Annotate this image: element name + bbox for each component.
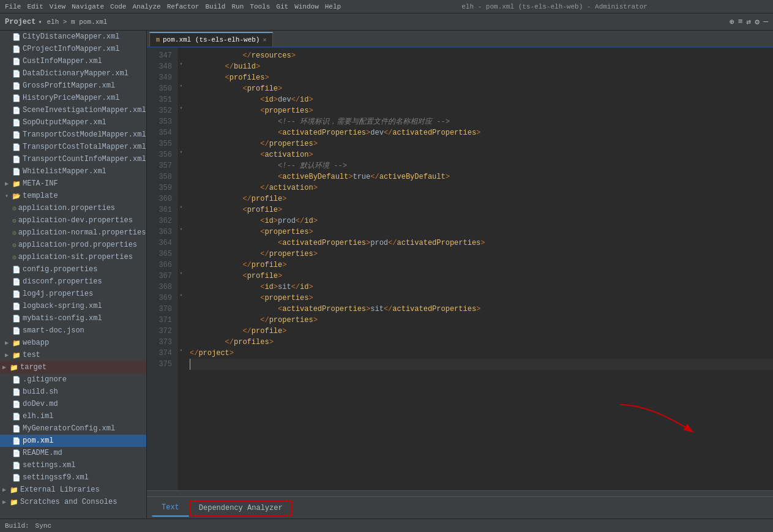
file-icon: 📄 <box>12 290 21 298</box>
menu-git[interactable]: Git <box>276 3 288 10</box>
list-item[interactable]: 📄 log4j.properties <box>0 288 146 300</box>
tab-pom-xml[interactable]: m pom.xml (ts-els-elh-web) ✕ <box>149 32 273 47</box>
menu-bar[interactable]: File Edit View Navigate Code Analyze Ref… <box>5 3 341 10</box>
code-line-369: <properties> <box>190 293 773 304</box>
menu-build[interactable]: Build <box>205 3 225 10</box>
sync-button[interactable]: Sync <box>35 522 51 530</box>
menu-run[interactable]: Run <box>231 3 244 10</box>
list-item[interactable]: 📄 disconf.properties <box>0 275 146 288</box>
list-item[interactable]: ⚙ application.properties <box>0 202 146 214</box>
list-item[interactable]: 📄 build.sh <box>0 386 146 398</box>
props-icon: ⚙ <box>12 241 17 249</box>
list-item[interactable]: 📄 doDev.md <box>0 398 146 410</box>
list-item[interactable]: 📄 DataDictionaryMapper.xml <box>0 67 146 80</box>
menu-analyze[interactable]: Analyze <box>132 3 160 10</box>
sidebar-item-external-libraries[interactable]: ▶ 📁 External Libraries <box>0 484 146 496</box>
sidebar-item-pom-xml[interactable]: 📄 pom.xml <box>0 435 146 447</box>
tab-close-button[interactable]: ✕ <box>263 36 266 43</box>
project-bar: Project ▾ elh > m pom.xml ⊕ ≡ ⇄ ⚙ — <box>0 13 773 31</box>
list-item[interactable]: 📄 settings.xml <box>0 459 146 471</box>
sidebar-item-label: application-prod.properties <box>18 241 137 249</box>
menu-file[interactable]: File <box>5 3 21 10</box>
code-line-372: </profile> <box>190 326 773 337</box>
fold-marker-icon[interactable]: ▾ <box>177 202 185 213</box>
close-panel-icon[interactable]: — <box>763 17 768 27</box>
menu-refactor[interactable]: Refactor <box>167 3 200 10</box>
sidebar-item-label: .gitignore <box>23 375 67 384</box>
list-item[interactable]: ⚙ application-prod.properties <box>0 239 146 251</box>
menu-tools[interactable]: Tools <box>250 3 270 10</box>
sidebar-item-target[interactable]: ▶ 📁 target <box>0 361 146 373</box>
list-item[interactable]: 📄 mybatis-config.xml <box>0 312 146 324</box>
sidebar-item-label: TransportCostModelMapper.xml <box>23 130 146 139</box>
list-item[interactable]: ⚙ application-normal.properties <box>0 227 146 239</box>
list-item[interactable]: 📄 HistoryPriceMapper.xml <box>0 92 146 104</box>
fold-marker-icon[interactable]: ▾ <box>177 103 185 114</box>
code-line-368: <id>sit</id> <box>190 282 773 293</box>
list-item[interactable]: ⚙ application-dev.properties <box>0 214 146 227</box>
code-content[interactable]: </resources> </build> <profiles> <profil… <box>185 48 773 490</box>
props-icon: ⚙ <box>12 229 17 237</box>
line-number: 368 <box>147 282 177 293</box>
sidebar[interactable]: 📄 CityDistanceMapper.xml 📄 CProjectInfoM… <box>0 31 147 519</box>
line-number: 353 <box>147 116 177 127</box>
menu-code[interactable]: Code <box>110 3 126 10</box>
line-number: 358 <box>147 171 177 182</box>
list-item[interactable]: 📄 WhitelistMapper.xml <box>0 165 146 178</box>
xml-icon: 📄 <box>12 155 21 163</box>
tab-text[interactable]: Text <box>152 500 189 517</box>
sidebar-item-label: settingssf9.xml <box>23 473 89 482</box>
list-item[interactable]: 📄 SceneInvestigationMapper.xml <box>0 104 146 116</box>
menu-navigate[interactable]: Navigate <box>72 3 104 10</box>
sidebar-item-label: log4j.properties <box>23 290 93 298</box>
fold-marker-icon[interactable]: ▾ <box>177 290 185 301</box>
list-item[interactable]: 📄 config.properties <box>0 263 146 275</box>
list-item[interactable]: 📄 logback-spring.xml <box>0 300 146 312</box>
horizontal-scrollbar[interactable] <box>147 490 773 496</box>
fold-marker-icon[interactable]: ▾ <box>177 59 185 70</box>
list-item[interactable]: 📄 smart-doc.json <box>0 324 146 337</box>
line-number: 362 <box>147 215 177 227</box>
fold-marker-icon[interactable]: ▾ <box>177 224 185 235</box>
list-item[interactable]: 📄 CustInfoMapper.xml <box>0 55 146 67</box>
chevron-right-icon: ▶ <box>2 498 10 506</box>
menu-view[interactable]: View <box>50 3 65 10</box>
fold-marker-icon[interactable]: ▾ <box>177 268 185 279</box>
list-item[interactable]: 📄 TransportCostModelMapper.xml <box>0 129 146 141</box>
list-item[interactable]: 📄 CProjectInfoMapper.xml <box>0 43 146 55</box>
menu-edit[interactable]: Edit <box>27 3 43 10</box>
fold-marker-icon[interactable]: ▾ <box>177 147 185 158</box>
list-item[interactable]: 📄 MyGeneratorConfig.xml <box>0 422 146 435</box>
list-item[interactable]: 📄 CityDistanceMapper.xml <box>0 31 146 43</box>
menu-help[interactable]: Help <box>325 3 341 10</box>
sidebar-item-label: build.sh <box>23 388 58 396</box>
expand-all-icon[interactable]: ≡ <box>738 17 743 27</box>
sidebar-item-webapp[interactable]: ▶ 📁 webapp <box>0 337 146 349</box>
list-item[interactable]: 📄 GrossProfitMapper.xml <box>0 80 146 92</box>
menu-window[interactable]: Window <box>294 3 319 10</box>
sidebar-item-template[interactable]: ▾ 📂 template <box>0 190 146 202</box>
list-item[interactable]: ⚙ application-sit.properties <box>0 251 146 263</box>
code-line-365: </properties> <box>190 249 773 260</box>
settings-icon[interactable]: ⚙ <box>755 17 760 27</box>
sidebar-item-test[interactable]: ▶ 📁 test <box>0 349 146 361</box>
sidebar-item-scratches[interactable]: ▶ 📁 Scratches and Consoles <box>0 496 146 508</box>
line-number: 371 <box>147 315 177 326</box>
list-item[interactable]: 📄 elh.iml <box>0 410 146 422</box>
list-item[interactable]: 📄 settingssf9.xml <box>0 471 146 484</box>
sidebar-item-meta-inf[interactable]: ▶ 📁 META-INF <box>0 178 146 190</box>
tab-dependency-analyzer[interactable]: Dependency Analyzer <box>189 500 293 516</box>
list-item[interactable]: 📄 .gitignore <box>0 373 146 386</box>
line-number: 361 <box>147 204 177 215</box>
collapse-all-icon[interactable]: ⇄ <box>747 17 752 27</box>
list-item[interactable]: 📄 README.md <box>0 447 146 459</box>
sidebar-item-label: webapp <box>23 339 49 347</box>
xml-icon: 📄 <box>12 45 21 53</box>
fold-marker-icon[interactable]: ▾ <box>177 81 185 92</box>
code-line-349: <profiles> <box>190 72 773 83</box>
list-item[interactable]: 📄 TransportCostTotalMapper.xml <box>0 141 146 153</box>
list-item[interactable]: 📄 SopOutputMapper.xml <box>0 116 146 129</box>
locate-icon[interactable]: ⊕ <box>730 17 734 27</box>
list-item[interactable]: 📄 TransportCountInfoMapper.xml <box>0 153 146 165</box>
fold-marker-icon[interactable]: ▾ <box>177 345 185 356</box>
